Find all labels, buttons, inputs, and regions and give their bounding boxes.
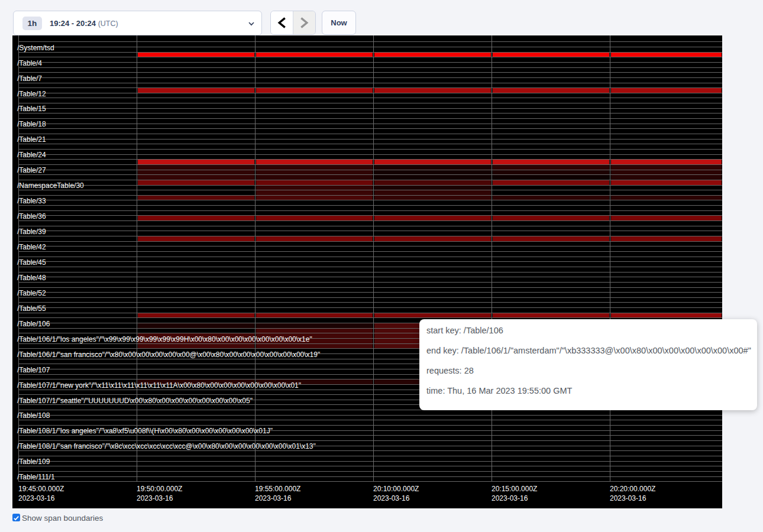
svg-text:/Table/39: /Table/39: [17, 228, 46, 236]
svg-text:/Table/106/1/"los angeles"/"\x: /Table/106/1/"los angeles"/"\x99\x99\x99…: [17, 335, 312, 343]
svg-text:/Table/15: /Table/15: [17, 105, 46, 113]
svg-text:/Table/42: /Table/42: [17, 243, 46, 251]
svg-text:/Table/33: /Table/33: [17, 197, 46, 205]
svg-text:19:55:00.000Z: 19:55:00.000Z: [255, 485, 300, 493]
svg-text:/Table/24: /Table/24: [17, 151, 46, 159]
svg-text:20:20:00.000Z: 20:20:00.000Z: [610, 485, 655, 493]
svg-text:/Table/27: /Table/27: [17, 166, 46, 174]
svg-text:/Table/108/1/"san francisco"/": /Table/108/1/"san francisco"/"\x8c\xcc\x…: [17, 442, 316, 450]
svg-text:/Table/111/1: /Table/111/1: [17, 473, 55, 481]
svg-text:/Table/21: /Table/21: [17, 135, 46, 144]
svg-text:2023-03-16: 2023-03-16: [255, 494, 292, 502]
svg-text:20:10:00.000Z: 20:10:00.000Z: [373, 485, 419, 493]
svg-text:/Table/107/1/"new york"/"\x11\: /Table/107/1/"new york"/"\x11\x11\x11\x1…: [17, 381, 301, 390]
svg-text:2023-03-16: 2023-03-16: [18, 494, 55, 502]
svg-text:/Table/52: /Table/52: [17, 289, 46, 297]
svg-text:/Table/106/1/"san francisco"/": /Table/106/1/"san francisco"/"\x80\x00\x…: [17, 351, 320, 359]
svg-text:/Table/55: /Table/55: [17, 304, 46, 313]
svg-text:/Table/106: /Table/106: [17, 320, 50, 328]
svg-text:19:45:00.000Z: 19:45:00.000Z: [18, 485, 64, 493]
svg-text:/Table/36: /Table/36: [17, 212, 46, 220]
svg-text:/Table/107: /Table/107: [17, 366, 50, 374]
svg-text:/Table/7: /Table/7: [17, 74, 42, 83]
svg-text:19:50:00.000Z: 19:50:00.000Z: [137, 485, 182, 493]
svg-text:/Table/18: /Table/18: [17, 120, 46, 128]
svg-text:2023-03-16: 2023-03-16: [492, 494, 528, 502]
svg-text:/System/tsd: /System/tsd: [17, 44, 54, 52]
svg-text:2023-03-16: 2023-03-16: [137, 494, 173, 502]
svg-text:/Table/109: /Table/109: [17, 458, 50, 466]
svg-text:/Table/12: /Table/12: [17, 90, 46, 98]
svg-text:/NamespaceTable/30: /NamespaceTable/30: [17, 181, 84, 190]
svg-text:/Table/107/1/"seattle"/"UUUUUU: /Table/107/1/"seattle"/"UUUUUUUD\x00\x80…: [17, 397, 253, 405]
svg-text:/Table/108/1/"los angeles"/"\x: /Table/108/1/"los angeles"/"\xa8\xf5\u00…: [17, 427, 273, 435]
svg-text:/Table/48: /Table/48: [17, 274, 46, 282]
svg-text:20:15:00.000Z: 20:15:00.000Z: [492, 485, 537, 493]
svg-text:/Table/108: /Table/108: [17, 411, 50, 420]
svg-text:2023-03-16: 2023-03-16: [610, 494, 646, 502]
svg-text:/Table/4: /Table/4: [17, 59, 42, 67]
svg-text:/Table/45: /Table/45: [17, 258, 46, 267]
svg-text:2023-03-16: 2023-03-16: [373, 494, 410, 502]
